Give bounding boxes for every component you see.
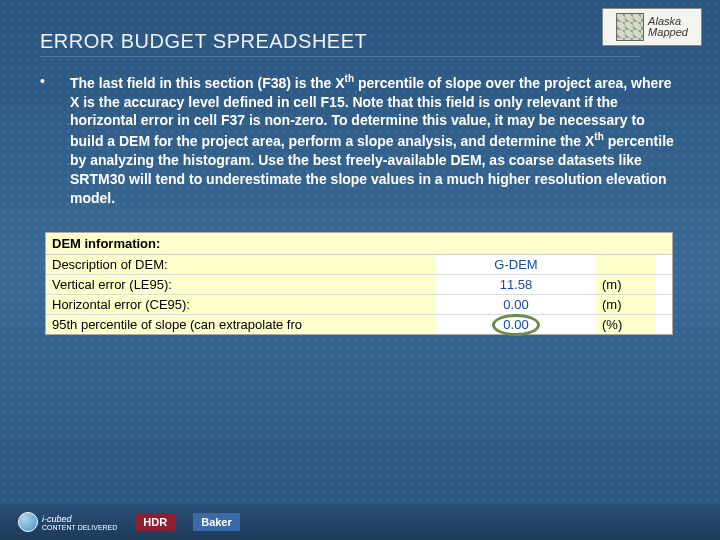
slide-title: ERROR BUDGET SPREADSHEET	[40, 30, 367, 53]
icubed-logo: i-cubed CONTENT DELIVERED	[18, 512, 117, 532]
highlight-circle-icon	[492, 314, 540, 336]
cell-value: G-DEM	[436, 255, 596, 274]
bullet-marker: •	[40, 72, 70, 208]
globe-icon	[18, 512, 38, 532]
logo-text: Alaska Mapped	[648, 16, 688, 38]
sheet-row: 95th percentile of slope (can extrapolat…	[46, 315, 672, 334]
cell-unit: (m)	[596, 275, 656, 294]
hdr-logo: HDR	[135, 513, 175, 531]
baker-logo: Baker	[193, 513, 240, 531]
sheet-header: DEM information:	[46, 233, 672, 255]
title-underline	[40, 56, 640, 57]
sheet-row: Horizontal error (CE95):0.00(m)	[46, 295, 672, 315]
cell-value: 11.58	[436, 275, 596, 294]
footer-bar: i-cubed CONTENT DELIVERED HDR Baker	[0, 504, 720, 540]
cell-label: Horizontal error (CE95):	[46, 295, 436, 314]
sheet-row: Description of DEM:G-DEM	[46, 255, 672, 275]
cell-unit: (%)	[596, 315, 656, 334]
cell-unit: (m)	[596, 295, 656, 314]
bullet-paragraph: • The last field in this section (F38) i…	[40, 72, 680, 208]
cell-value: 0.00	[436, 295, 596, 314]
cell-unit	[596, 255, 656, 274]
cell-label: Description of DEM:	[46, 255, 436, 274]
cell-label: 95th percentile of slope (can extrapolat…	[46, 315, 436, 334]
sheet-row: Vertical error (LE95):11.58(m)	[46, 275, 672, 295]
cell-label: Vertical error (LE95):	[46, 275, 436, 294]
dem-spreadsheet: DEM information: Description of DEM:G-DE…	[45, 232, 673, 335]
logo-grid-icon	[616, 13, 644, 41]
alaska-mapped-logo: Alaska Mapped	[602, 8, 702, 46]
bullet-text: The last field in this section (F38) is …	[70, 72, 680, 208]
cell-value: 0.00	[436, 315, 596, 334]
